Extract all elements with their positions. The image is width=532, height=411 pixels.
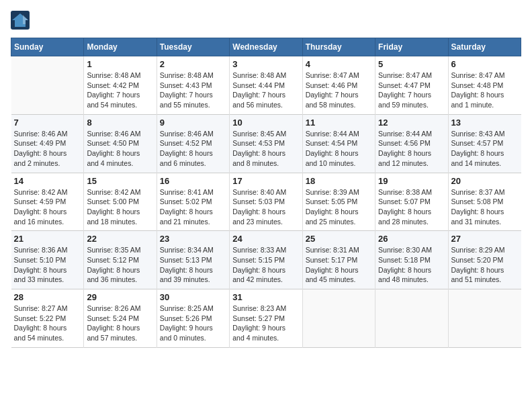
calendar-week-row: 28Sunrise: 8:27 AMSunset: 5:22 PMDayligh… <box>11 289 521 348</box>
calendar-cell: 16Sunrise: 8:41 AMSunset: 5:02 PMDayligh… <box>157 173 229 231</box>
calendar-cell: 17Sunrise: 8:40 AMSunset: 5:03 PMDayligh… <box>230 173 302 231</box>
calendar-cell: 10Sunrise: 8:45 AMSunset: 4:53 PMDayligh… <box>230 114 302 173</box>
day-number: 18 <box>306 176 372 186</box>
calendar-table: SundayMondayTuesdayWednesdayThursdayFrid… <box>11 38 521 348</box>
day-info: Sunrise: 8:42 AMSunset: 4:59 PMDaylight:… <box>14 187 81 227</box>
day-number: 5 <box>378 59 445 69</box>
calendar-cell: 24Sunrise: 8:33 AMSunset: 5:15 PMDayligh… <box>230 231 302 289</box>
day-number: 24 <box>232 234 299 244</box>
day-info: Sunrise: 8:44 AMSunset: 4:56 PMDaylight:… <box>378 129 445 169</box>
day-info: Sunrise: 8:43 AMSunset: 4:57 PMDaylight:… <box>451 129 519 169</box>
day-number: 25 <box>306 234 372 244</box>
calendar-week-row: 1Sunrise: 8:48 AMSunset: 4:42 PMDaylight… <box>11 56 521 115</box>
weekday-header: Tuesday <box>157 38 229 56</box>
day-info: Sunrise: 8:42 AMSunset: 5:00 PMDaylight:… <box>87 187 153 227</box>
calendar-cell: 13Sunrise: 8:43 AMSunset: 4:57 PMDayligh… <box>448 114 521 173</box>
calendar-cell: 2Sunrise: 8:48 AMSunset: 4:43 PMDaylight… <box>157 56 229 115</box>
weekday-header: Friday <box>375 38 448 56</box>
day-number: 26 <box>378 234 445 244</box>
day-number: 17 <box>232 176 299 186</box>
calendar-cell: 18Sunrise: 8:39 AMSunset: 5:05 PMDayligh… <box>302 173 375 231</box>
day-number: 8 <box>87 118 153 128</box>
day-info: Sunrise: 8:46 AMSunset: 4:52 PMDaylight:… <box>160 129 226 169</box>
day-number: 12 <box>378 118 445 128</box>
day-info: Sunrise: 8:35 AMSunset: 5:12 PMDaylight:… <box>87 245 153 285</box>
day-info: Sunrise: 8:30 AMSunset: 5:18 PMDaylight:… <box>378 245 445 285</box>
day-info: Sunrise: 8:25 AMSunset: 5:26 PMDaylight:… <box>160 304 226 343</box>
calendar-cell: 30Sunrise: 8:25 AMSunset: 5:26 PMDayligh… <box>157 289 229 348</box>
day-info: Sunrise: 8:33 AMSunset: 5:15 PMDaylight:… <box>232 245 299 285</box>
day-number: 13 <box>451 118 519 128</box>
day-info: Sunrise: 8:29 AMSunset: 5:20 PMDaylight:… <box>451 245 519 285</box>
page-header <box>11 11 521 30</box>
day-number: 1 <box>87 59 153 69</box>
day-info: Sunrise: 8:46 AMSunset: 4:49 PMDaylight:… <box>14 129 81 169</box>
day-info: Sunrise: 8:47 AMSunset: 4:46 PMDaylight:… <box>306 71 372 110</box>
day-number: 31 <box>232 292 299 302</box>
logo-icon <box>11 11 30 30</box>
calendar-cell <box>11 56 84 115</box>
calendar-cell: 14Sunrise: 8:42 AMSunset: 4:59 PMDayligh… <box>11 173 84 231</box>
day-info: Sunrise: 8:27 AMSunset: 5:22 PMDaylight:… <box>14 304 81 343</box>
day-info: Sunrise: 8:26 AMSunset: 5:24 PMDaylight:… <box>87 304 153 343</box>
calendar-cell: 3Sunrise: 8:48 AMSunset: 4:44 PMDaylight… <box>230 56 302 115</box>
calendar-cell: 26Sunrise: 8:30 AMSunset: 5:18 PMDayligh… <box>375 231 448 289</box>
calendar-cell: 9Sunrise: 8:46 AMSunset: 4:52 PMDaylight… <box>157 114 229 173</box>
calendar-week-row: 21Sunrise: 8:36 AMSunset: 5:10 PMDayligh… <box>11 231 521 289</box>
calendar-cell <box>302 289 375 348</box>
logo <box>11 11 32 30</box>
day-info: Sunrise: 8:47 AMSunset: 4:47 PMDaylight:… <box>378 71 445 110</box>
calendar-cell: 28Sunrise: 8:27 AMSunset: 5:22 PMDayligh… <box>11 289 84 348</box>
day-info: Sunrise: 8:39 AMSunset: 5:05 PMDaylight:… <box>306 187 372 227</box>
day-info: Sunrise: 8:23 AMSunset: 5:27 PMDaylight:… <box>232 304 299 343</box>
day-number: 21 <box>14 234 81 244</box>
calendar-cell: 31Sunrise: 8:23 AMSunset: 5:27 PMDayligh… <box>230 289 302 348</box>
day-info: Sunrise: 8:34 AMSunset: 5:13 PMDaylight:… <box>160 245 226 285</box>
calendar-week-row: 7Sunrise: 8:46 AMSunset: 4:49 PMDaylight… <box>11 114 521 173</box>
calendar-cell: 25Sunrise: 8:31 AMSunset: 5:17 PMDayligh… <box>302 231 375 289</box>
day-number: 4 <box>306 59 372 69</box>
weekday-header: Saturday <box>448 38 521 56</box>
calendar-cell: 7Sunrise: 8:46 AMSunset: 4:49 PMDaylight… <box>11 114 84 173</box>
day-number: 3 <box>232 59 299 69</box>
day-number: 30 <box>160 292 226 302</box>
day-number: 14 <box>14 176 81 186</box>
calendar-cell: 22Sunrise: 8:35 AMSunset: 5:12 PMDayligh… <box>84 231 157 289</box>
day-number: 27 <box>451 234 519 244</box>
calendar-cell: 1Sunrise: 8:48 AMSunset: 4:42 PMDaylight… <box>84 56 157 115</box>
calendar-cell: 27Sunrise: 8:29 AMSunset: 5:20 PMDayligh… <box>448 231 521 289</box>
day-info: Sunrise: 8:40 AMSunset: 5:03 PMDaylight:… <box>232 187 299 227</box>
day-number: 20 <box>451 176 519 186</box>
calendar-cell: 15Sunrise: 8:42 AMSunset: 5:00 PMDayligh… <box>84 173 157 231</box>
calendar-cell: 21Sunrise: 8:36 AMSunset: 5:10 PMDayligh… <box>11 231 84 289</box>
day-info: Sunrise: 8:47 AMSunset: 4:48 PMDaylight:… <box>451 71 519 110</box>
day-info: Sunrise: 8:48 AMSunset: 4:44 PMDaylight:… <box>232 71 299 110</box>
calendar-cell <box>448 289 521 348</box>
calendar-cell <box>375 289 448 348</box>
calendar-cell: 5Sunrise: 8:47 AMSunset: 4:47 PMDaylight… <box>375 56 448 115</box>
day-info: Sunrise: 8:45 AMSunset: 4:53 PMDaylight:… <box>232 129 299 169</box>
calendar-cell: 6Sunrise: 8:47 AMSunset: 4:48 PMDaylight… <box>448 56 521 115</box>
calendar-cell: 8Sunrise: 8:46 AMSunset: 4:50 PMDaylight… <box>84 114 157 173</box>
day-info: Sunrise: 8:31 AMSunset: 5:17 PMDaylight:… <box>306 245 372 285</box>
day-info: Sunrise: 8:36 AMSunset: 5:10 PMDaylight:… <box>14 245 81 285</box>
day-number: 15 <box>87 176 153 186</box>
weekday-header: Wednesday <box>230 38 302 56</box>
calendar-cell: 20Sunrise: 8:37 AMSunset: 5:08 PMDayligh… <box>448 173 521 231</box>
calendar-cell: 11Sunrise: 8:44 AMSunset: 4:54 PMDayligh… <box>302 114 375 173</box>
day-number: 9 <box>160 118 226 128</box>
day-info: Sunrise: 8:46 AMSunset: 4:50 PMDaylight:… <box>87 129 153 169</box>
day-number: 29 <box>87 292 153 302</box>
day-number: 10 <box>232 118 299 128</box>
day-number: 7 <box>14 118 81 128</box>
calendar-week-row: 14Sunrise: 8:42 AMSunset: 4:59 PMDayligh… <box>11 173 521 231</box>
day-number: 11 <box>306 118 372 128</box>
day-info: Sunrise: 8:37 AMSunset: 5:08 PMDaylight:… <box>451 187 519 227</box>
calendar-cell: 29Sunrise: 8:26 AMSunset: 5:24 PMDayligh… <box>84 289 157 348</box>
day-number: 2 <box>160 59 226 69</box>
day-info: Sunrise: 8:38 AMSunset: 5:07 PMDaylight:… <box>378 187 445 227</box>
weekday-header-row: SundayMondayTuesdayWednesdayThursdayFrid… <box>11 38 521 56</box>
weekday-header: Monday <box>84 38 157 56</box>
weekday-header: Thursday <box>302 38 375 56</box>
day-number: 28 <box>14 292 81 302</box>
